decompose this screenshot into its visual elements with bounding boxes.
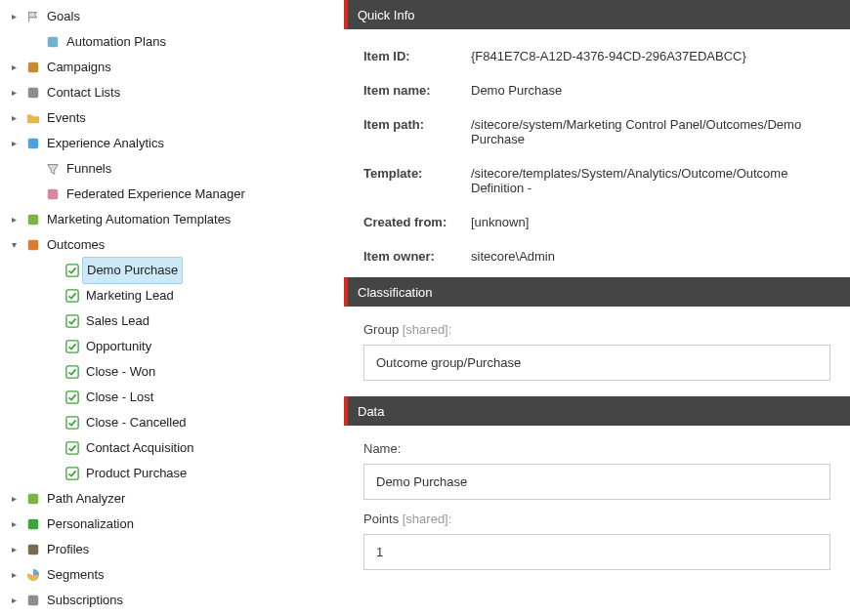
- check-icon: [64, 288, 80, 304]
- value-template: /sitecore/templates/System/Analytics/Out…: [471, 166, 830, 195]
- tree-item-experience-analytics[interactable]: ▸Experience Analytics: [0, 131, 344, 156]
- section-title: Classification: [358, 285, 433, 300]
- details-panel: Quick Info Item ID: {F841E7C8-A12D-4376-…: [344, 0, 850, 616]
- tree-item-federated-experience-manager[interactable]: Federated Experience Manager: [0, 182, 344, 207]
- tree-item-personalization[interactable]: ▸Personalization: [0, 512, 344, 537]
- chevron-right-icon[interactable]: ▸: [8, 207, 20, 232]
- input-group[interactable]: [363, 345, 830, 381]
- tree-item-label: Contact Lists: [47, 80, 120, 105]
- svg-rect-1: [28, 62, 39, 73]
- accent-bar: [344, 396, 348, 426]
- check-icon: [64, 390, 80, 405]
- chevron-right-icon[interactable]: ▸: [8, 588, 20, 613]
- svg-rect-17: [28, 519, 39, 530]
- chevron-right-icon[interactable]: ▸: [8, 562, 20, 588]
- tree-item-marketing-lead[interactable]: Marketing Lead: [0, 283, 344, 308]
- value-item-path: /sitecore/system/Marketing Control Panel…: [471, 117, 830, 146]
- check-icon: [64, 415, 80, 431]
- label-shared-hint: [shared]:: [399, 512, 451, 526]
- data-body-points: Points [shared]:: [344, 504, 850, 574]
- section-header-quickinfo[interactable]: Quick Info: [344, 0, 850, 29]
- section-header-data[interactable]: Data: [344, 396, 850, 426]
- subscriptions-icon: [25, 593, 41, 608]
- tree-item-subscriptions[interactable]: ▸Subscriptions: [0, 588, 344, 613]
- app-root: ▸GoalsAutomation Plans▸Campaigns▸Contact…: [0, 0, 850, 616]
- folder-icon: [25, 110, 41, 126]
- tree-item-label: Campaigns: [47, 55, 111, 80]
- svg-rect-15: [66, 468, 78, 479]
- tree-item-label: Events: [47, 105, 86, 131]
- kv-item-id: Item ID: {F841E7C8-A12D-4376-94CD-296A37…: [344, 29, 850, 73]
- chevron-right-icon[interactable]: ▸: [8, 105, 20, 131]
- svg-rect-6: [28, 240, 39, 251]
- tree-item-close-won[interactable]: Close - Won: [0, 359, 344, 385]
- tree-item-label: Path Analyzer: [47, 486, 125, 512]
- svg-rect-12: [66, 391, 78, 403]
- chevron-right-icon[interactable]: ▸: [8, 4, 20, 29]
- label-points: Points [shared]:: [363, 512, 830, 526]
- tree-item-close-lost[interactable]: Close - Lost: [0, 385, 344, 410]
- tree-item-goals[interactable]: ▸Goals: [0, 4, 344, 29]
- chevron-right-icon[interactable]: ▸: [8, 80, 20, 105]
- tree-item-opportunity[interactable]: Opportunity: [0, 334, 344, 359]
- kv-created-from: Created from: [unknown]: [344, 205, 850, 239]
- quickinfo-body: Item ID: {F841E7C8-A12D-4376-94CD-296A37…: [344, 29, 850, 277]
- accent-bar: [344, 277, 348, 307]
- value-item-name: Demo Purchase: [471, 83, 562, 98]
- svg-rect-0: [48, 37, 59, 48]
- content-tree-sidebar: ▸GoalsAutomation Plans▸Campaigns▸Contact…: [0, 0, 344, 616]
- tree-item-contact-lists[interactable]: ▸Contact Lists: [0, 80, 344, 105]
- personalization-icon: [25, 516, 41, 532]
- chevron-right-icon[interactable]: ▸: [8, 486, 20, 512]
- tree-item-label: Segments: [47, 562, 105, 588]
- section-header-classification[interactable]: Classification: [344, 277, 850, 307]
- label-name: Name:: [363, 441, 830, 456]
- chevron-right-icon[interactable]: ▸: [8, 537, 20, 562]
- label-item-owner: Item owner:: [363, 249, 471, 264]
- mat-icon: [25, 212, 41, 227]
- chevron-down-icon[interactable]: ▾: [8, 232, 20, 258]
- tree-item-sales-lead[interactable]: Sales Lead: [0, 308, 344, 334]
- svg-rect-5: [28, 215, 39, 226]
- check-icon: [64, 313, 80, 329]
- classification-body: Group [shared]:: [344, 307, 850, 385]
- svg-rect-10: [66, 341, 78, 352]
- tree-item-close-cancelled[interactable]: Close - Cancelled: [0, 410, 344, 435]
- tree-item-campaigns[interactable]: ▸Campaigns: [0, 55, 344, 80]
- label-item-id: Item ID:: [363, 49, 471, 63]
- tree-item-marketing-automation-templates[interactable]: ▸Marketing Automation Templates: [0, 207, 344, 232]
- tree-item-product-purchase[interactable]: Product Purchase: [0, 461, 344, 486]
- input-points[interactable]: [363, 534, 830, 570]
- label-group: Group [shared]:: [363, 322, 830, 337]
- tree-item-automation-plans[interactable]: Automation Plans: [0, 29, 344, 55]
- kv-item-name: Item name: Demo Purchase: [344, 73, 850, 107]
- tree-item-funnels[interactable]: Funnels: [0, 156, 344, 182]
- fxm-icon: [45, 186, 61, 202]
- tree-item-label: Opportunity: [86, 334, 151, 359]
- check-icon: [64, 364, 80, 380]
- outcome-icon: [25, 237, 41, 253]
- value-item-owner: sitecore\Admin: [471, 249, 555, 264]
- chevron-right-icon[interactable]: ▸: [8, 512, 20, 537]
- label-template: Template:: [363, 166, 471, 181]
- chevron-right-icon[interactable]: ▸: [8, 131, 20, 156]
- tree-item-profiles[interactable]: ▸Profiles: [0, 537, 344, 562]
- tree-item-segments[interactable]: ▸Segments: [0, 562, 344, 588]
- svg-rect-14: [66, 442, 78, 454]
- label-created-from: Created from:: [363, 215, 471, 229]
- svg-rect-19: [28, 595, 39, 606]
- tree-item-label: Subscriptions: [47, 588, 123, 613]
- tree-item-demo-purchase[interactable]: Demo Purchase: [0, 258, 344, 283]
- tree-item-path-analyzer[interactable]: ▸Path Analyzer: [0, 486, 344, 512]
- path-icon: [25, 491, 41, 507]
- tree-item-contact-acquisition[interactable]: Contact Acquisition: [0, 435, 344, 461]
- tree-item-events[interactable]: ▸Events: [0, 105, 344, 131]
- tree-item-label: Marketing Automation Templates: [47, 207, 231, 232]
- tree-item-label: Personalization: [47, 512, 134, 537]
- input-name[interactable]: [363, 464, 830, 500]
- chevron-right-icon[interactable]: ▸: [8, 55, 20, 80]
- svg-rect-4: [48, 189, 59, 200]
- segments-icon: [25, 567, 41, 583]
- section-title: Quick Info: [358, 8, 415, 22]
- tree-item-outcomes[interactable]: ▾Outcomes: [0, 232, 344, 258]
